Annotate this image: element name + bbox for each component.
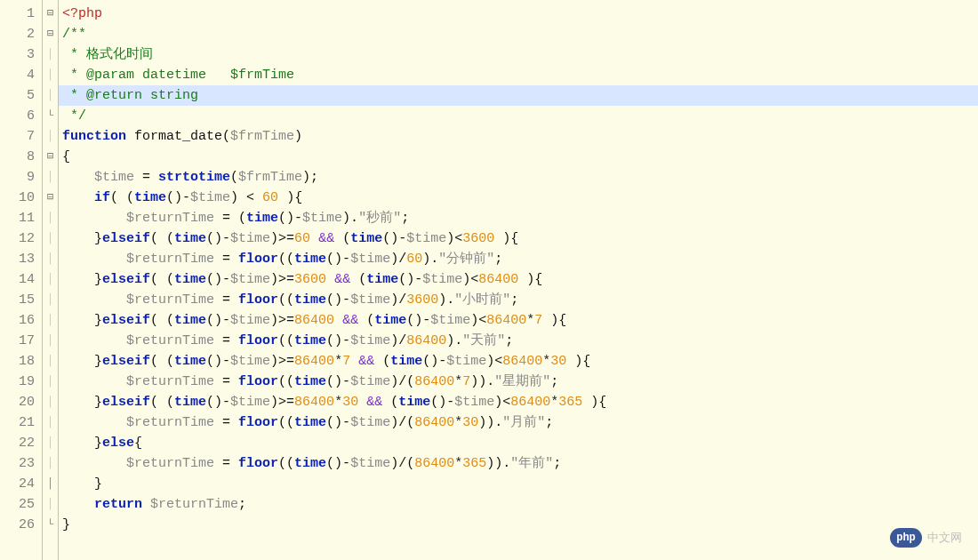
code-line[interactable]: $returnTime = floor((time()-$time)/(8640… (62, 372, 978, 392)
code-line[interactable]: $returnTime = floor((time()-$time)/86400… (62, 331, 978, 351)
code-token: floor (238, 456, 278, 471)
fold-marker: │ (43, 392, 58, 412)
code-token: 86400 (502, 354, 542, 369)
line-number: 3 (0, 44, 42, 65)
watermark-logo: php 中文网 (890, 528, 962, 548)
code-token: )< (494, 395, 510, 410)
code-token: ). (422, 252, 438, 267)
code-token: * (526, 313, 534, 328)
code-line[interactable]: }elseif( (time()-$time)>=86400*7 && (tim… (62, 351, 978, 372)
code-token: 7 (462, 374, 470, 389)
code-token: /** (62, 27, 86, 42)
code-token: )/( (390, 456, 414, 471)
code-line[interactable]: }elseif( (time()-$time)>=3600 && (time()… (62, 269, 978, 290)
code-token: ( ( (150, 231, 174, 246)
fold-marker: │ (43, 85, 58, 106)
code-line[interactable]: $time = strtotime($frmTime); (62, 167, 978, 188)
code-token: && (318, 231, 334, 246)
code-line[interactable]: $returnTime = floor((time()-$time)/(8640… (62, 453, 978, 474)
code-line[interactable]: }elseif( (time()-$time)>=60 && (time()-$… (62, 228, 978, 249)
fold-marker[interactable]: ⊟ (43, 147, 58, 167)
code-token: * (542, 354, 550, 369)
code-token: ( ( (150, 395, 174, 410)
code-token: )/ (390, 333, 406, 348)
code-token: ()- (206, 231, 230, 246)
code-line[interactable]: * 格式化时间 (62, 44, 978, 65)
code-line[interactable]: $returnTime = (time()-$time)."秒前"; (62, 208, 978, 228)
code-token: $returnTime (126, 374, 214, 389)
code-line[interactable]: return $returnTime; (62, 494, 978, 515)
code-line[interactable]: }elseif( (time()-$time)>=86400 && (time(… (62, 310, 978, 331)
code-token: floor (238, 292, 278, 308)
code-token: */ (62, 108, 86, 124)
code-line[interactable]: /** (62, 24, 978, 44)
code-token: ()- (382, 231, 406, 246)
code-token: time (174, 395, 206, 410)
line-number: 22 (0, 433, 42, 453)
code-token: && (342, 313, 358, 328)
code-token: )>= (270, 231, 294, 246)
code-token: $time (190, 190, 230, 205)
code-line[interactable]: }elseif( (time()-$time)>=86400*30 && (ti… (62, 392, 978, 412)
code-token: { (134, 436, 142, 451)
fold-marker[interactable]: ⊟ (43, 4, 58, 24)
line-number: 13 (0, 249, 42, 269)
code-line[interactable]: $returnTime = floor((time()-$time)/3600)… (62, 290, 978, 310)
code-token: ; (494, 252, 502, 267)
code-line[interactable]: * @return string (59, 85, 978, 106)
line-number-gutter: 1234567891011121314151617181920212223242… (0, 0, 43, 560)
fold-marker: │ (43, 126, 58, 147)
code-line[interactable]: { (62, 147, 978, 167)
fold-marker: │ (43, 208, 58, 228)
code-token: } (62, 436, 102, 451)
line-number: 17 (0, 331, 42, 351)
code-token: $frmTime (238, 170, 302, 185)
code-token: $time (350, 374, 390, 389)
code-token: 86400 (406, 333, 446, 348)
code-line[interactable]: if( (time()-$time) < 60 ){ (62, 188, 978, 208)
code-token: 86400 (478, 272, 518, 287)
code-token: ; (401, 211, 409, 226)
code-line[interactable]: function format_date($frmTime) (62, 126, 978, 147)
code-token: = ( (214, 211, 246, 226)
code-token: ()- (206, 272, 230, 287)
code-token: (( (278, 456, 294, 471)
code-line[interactable]: <?php (62, 4, 978, 24)
code-token: )/ (390, 292, 406, 308)
code-line[interactable]: */ (62, 106, 978, 126)
code-token: floor (238, 333, 278, 348)
code-token (62, 252, 126, 267)
code-token: time (174, 354, 206, 369)
fold-marker[interactable]: ⊟ (43, 24, 58, 44)
code-token: )/( (390, 415, 414, 430)
code-token: ()- (430, 395, 454, 410)
code-token: )>= (270, 272, 294, 287)
code-token: return (94, 497, 142, 512)
fold-marker[interactable]: ⊟ (43, 188, 58, 208)
line-number: 19 (0, 372, 42, 392)
code-token: = (214, 374, 238, 389)
code-token: $time (430, 313, 470, 328)
code-token (62, 415, 126, 430)
line-number: 5 (0, 85, 42, 106)
code-area[interactable]: <?php/** * 格式化时间 * @param datetime $frmT… (59, 0, 978, 560)
code-token: floor (238, 374, 278, 389)
code-token: floor (238, 415, 278, 430)
code-line[interactable]: $returnTime = floor((time()-$time)/60)."… (62, 249, 978, 269)
code-token: $time (230, 313, 270, 328)
code-token: )/( (390, 374, 414, 389)
code-token: $returnTime (126, 211, 214, 226)
code-token: time (294, 252, 326, 267)
code-token: $time (350, 292, 390, 308)
code-token (62, 170, 94, 185)
code-token: 30 (462, 415, 478, 430)
code-token: = (214, 456, 238, 471)
code-line[interactable]: * @param datetime $frmTime (62, 65, 978, 85)
code-line[interactable]: }else{ (62, 433, 978, 453)
code-token (62, 333, 126, 348)
code-token: ); (302, 170, 318, 185)
code-line[interactable]: } (62, 515, 978, 535)
code-line[interactable]: $returnTime = floor((time()-$time)/(8640… (62, 412, 978, 433)
line-number: 8 (0, 147, 42, 167)
code-line[interactable]: } (62, 474, 978, 494)
